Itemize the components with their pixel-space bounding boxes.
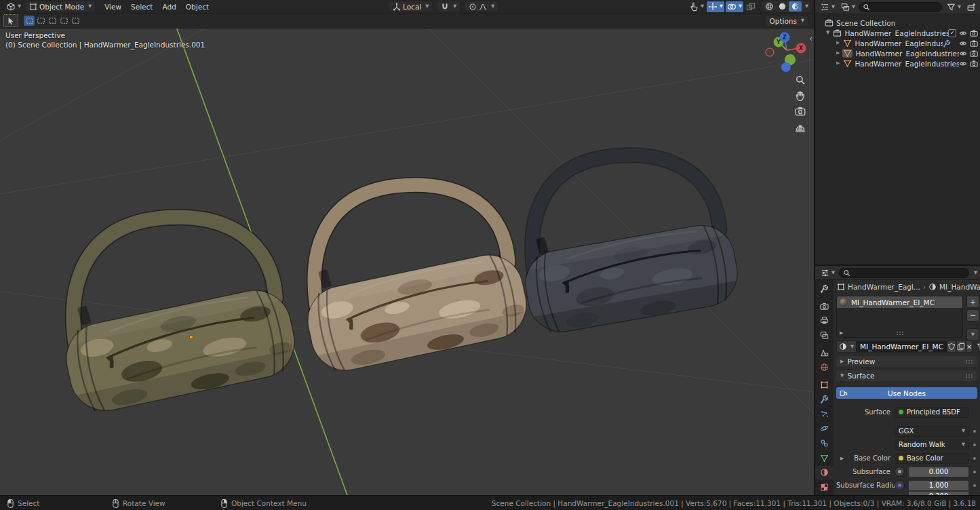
select-mode-invert[interactable] bbox=[58, 16, 69, 26]
anim-dot[interactable] bbox=[973, 430, 976, 433]
editor-type-button[interactable]: ▼ bbox=[5, 1, 22, 12]
subsurface-socket-button[interactable] bbox=[895, 467, 905, 477]
unlink-material-button[interactable]: ✕ bbox=[966, 340, 973, 353]
anim-dot[interactable] bbox=[973, 471, 976, 473]
properties-search-input[interactable] bbox=[839, 268, 969, 278]
material-slot-selected[interactable]: MI_HandWarmer_EI_MC bbox=[837, 296, 962, 308]
camera-icon[interactable] bbox=[970, 50, 978, 58]
subsurface-method-dropdown[interactable]: Random Walk ▼ bbox=[895, 439, 969, 450]
outliner-row-object-001-active[interactable]: ▶ HandWarmer_EagleIndustries.001 bbox=[815, 48, 980, 58]
axis-neg-x-ball[interactable] bbox=[766, 48, 774, 56]
breadcrumb-object[interactable]: HandWarmer_Eagl... bbox=[848, 283, 920, 291]
shading-options-dropdown[interactable]: ▼ bbox=[802, 1, 810, 12]
perspective-toggle-button[interactable] bbox=[794, 121, 806, 133]
expand-arrow[interactable]: ▶ bbox=[836, 41, 840, 45]
outliner-row-scene-collection[interactable]: Scene Collection bbox=[815, 18, 980, 28]
shading-material-preview-button[interactable] bbox=[789, 1, 802, 12]
tab-modifiers[interactable] bbox=[815, 393, 834, 406]
base-color-input[interactable]: Base Color bbox=[895, 453, 969, 464]
slot-specials-dropdown[interactable]: ▼ bbox=[966, 328, 979, 340]
properties-editor-type-button[interactable]: ▼ bbox=[819, 267, 836, 278]
panel-drag-grip[interactable] bbox=[965, 374, 973, 378]
select-mode-extend[interactable] bbox=[35, 16, 46, 26]
xray-toggle[interactable] bbox=[745, 1, 757, 12]
new-collection-button[interactable] bbox=[966, 1, 977, 12]
use-nodes-button[interactable]: Use Nodes bbox=[836, 387, 977, 399]
expand-arrow[interactable]: ▶ bbox=[836, 61, 840, 66]
select-mode-set[interactable] bbox=[24, 16, 35, 26]
tab-material-active[interactable] bbox=[815, 466, 834, 479]
expand-arrow[interactable]: ▶ bbox=[836, 51, 840, 56]
distribution-dropdown[interactable]: GGX ▼ bbox=[895, 426, 969, 437]
tab-world[interactable] bbox=[815, 361, 834, 374]
object-handwarmer-charcoal[interactable] bbox=[510, 137, 753, 335]
tab-texture[interactable] bbox=[815, 481, 834, 494]
eye-icon[interactable] bbox=[959, 29, 967, 37]
camera-icon[interactable] bbox=[970, 60, 978, 68]
object-type-visibility-dropdown[interactable]: ▼ bbox=[688, 1, 705, 12]
surface-shader-selector[interactable]: Principled BSDF bbox=[895, 407, 969, 418]
active-tool-select-box[interactable] bbox=[3, 14, 18, 27]
menu-view[interactable]: View bbox=[100, 0, 126, 13]
proportional-editing-controls[interactable]: ▼ bbox=[465, 1, 498, 12]
tab-view-layer[interactable] bbox=[815, 329, 834, 342]
panel-drag-grip[interactable] bbox=[965, 359, 973, 364]
show-overlays-toggle[interactable]: ▼ bbox=[726, 1, 743, 12]
fake-user-shield-button[interactable] bbox=[947, 340, 956, 353]
list-resize-grip[interactable] bbox=[896, 331, 904, 335]
zoom-button[interactable] bbox=[794, 74, 806, 86]
add-slot-button[interactable]: + bbox=[966, 296, 979, 308]
surface-panel-header[interactable]: ▼ Surface bbox=[836, 370, 977, 381]
menu-add[interactable]: Add bbox=[157, 0, 180, 13]
material-slot-list[interactable]: MI_HandWarmer_EI_MC ▶ bbox=[836, 296, 963, 338]
show-gizmo-toggle[interactable]: ▼ bbox=[707, 1, 724, 12]
shading-solid-button[interactable] bbox=[776, 1, 789, 12]
camera-icon[interactable] bbox=[970, 29, 978, 37]
breadcrumb-material[interactable]: MI_HandWar... bbox=[939, 283, 980, 291]
object-handwarmer-multicam[interactable] bbox=[51, 195, 310, 414]
chevron-down-icon[interactable]: ▼ bbox=[974, 271, 977, 275]
expand-arrow[interactable]: ▶ bbox=[840, 456, 844, 461]
radius-socket-button[interactable] bbox=[895, 480, 905, 490]
tab-object[interactable] bbox=[815, 378, 834, 391]
axis-neg-z-ball[interactable] bbox=[781, 62, 791, 72]
anim-dot[interactable] bbox=[973, 457, 976, 460]
pan-hand-button[interactable] bbox=[794, 90, 806, 102]
tab-render[interactable] bbox=[815, 300, 834, 313]
remove-slot-button[interactable]: − bbox=[966, 309, 979, 321]
sidebar-collapse-arrow[interactable]: ‹ bbox=[809, 34, 812, 43]
camera-view-button[interactable] bbox=[794, 105, 806, 117]
tab-tool[interactable] bbox=[815, 282, 834, 296]
outliner-search-input[interactable] bbox=[859, 2, 942, 12]
options-dropdown[interactable]: Options ▼ bbox=[765, 15, 808, 26]
preview-panel-header[interactable]: ▶ Preview bbox=[836, 356, 977, 367]
transform-orientation-dropdown[interactable]: Local ▼ bbox=[389, 1, 433, 12]
anim-dot[interactable] bbox=[973, 484, 976, 487]
select-mode-subtract[interactable] bbox=[47, 16, 58, 26]
mode-dropdown[interactable]: Object Mode ▼ bbox=[25, 1, 96, 12]
radius-slider-1[interactable]: 1.000 bbox=[908, 480, 969, 491]
outliner-row-object-002[interactable]: ▶ HandWarmer_EagleIndustries.002 bbox=[815, 58, 980, 68]
menu-object[interactable]: Object bbox=[181, 0, 214, 13]
collection-checkbox[interactable]: ✓ bbox=[948, 29, 956, 37]
shading-wireframe-button[interactable] bbox=[763, 1, 776, 12]
eye-icon[interactable] bbox=[959, 39, 967, 47]
material-name-field[interactable]: MI_HandWarmer_EI_MC bbox=[857, 340, 947, 353]
camera-icon[interactable] bbox=[970, 39, 978, 47]
snapping-dropdown[interactable]: ▼ bbox=[437, 1, 460, 12]
outliner-editor-type-button[interactable]: ▼ bbox=[819, 1, 836, 12]
anim-dot[interactable] bbox=[973, 444, 976, 446]
object-handwarmer-desert[interactable] bbox=[293, 166, 541, 371]
tab-object-data[interactable] bbox=[815, 451, 834, 465]
slot-filter-expand-arrow[interactable]: ▶ bbox=[840, 331, 843, 336]
outliner-display-mode-dropdown[interactable]: ▼ bbox=[840, 1, 857, 12]
tab-scene[interactable] bbox=[815, 346, 834, 359]
subsurface-slider[interactable]: 0.000 bbox=[908, 467, 969, 477]
navigation-gizmo[interactable]: Y Z X bbox=[758, 30, 811, 73]
tab-output[interactable] bbox=[815, 314, 834, 328]
outliner-filter-dropdown[interactable]: ▼ bbox=[945, 1, 962, 12]
material-filter-dropdown[interactable]: ▼ bbox=[977, 342, 980, 351]
select-mode-intersect[interactable] bbox=[70, 16, 81, 26]
outliner-row-object-000[interactable]: ▶ HandWarmer_EagleIndustries bbox=[815, 38, 980, 48]
new-material-copy-button[interactable] bbox=[956, 340, 966, 353]
